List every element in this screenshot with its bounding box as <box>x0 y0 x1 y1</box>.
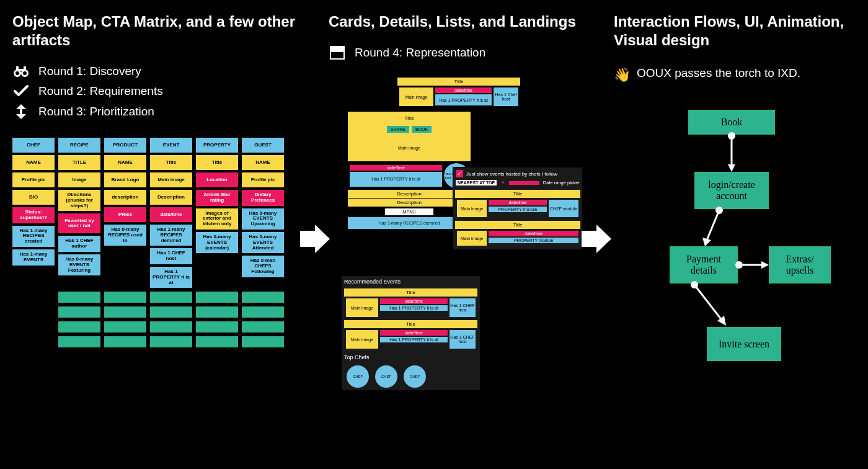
checkbox-icon[interactable]: ✓ <box>456 170 463 177</box>
wf-property-module: PROPERTY module <box>489 207 547 212</box>
objmap-header: CHEF <box>12 138 55 153</box>
wf-menu: MENU <box>385 208 433 215</box>
wireframe-card-small: Title Main image date/time Has 1 PROPERT… <box>397 77 521 109</box>
objmap-cell: Location <box>196 172 238 187</box>
objmap-cell: Directions (chunks for steps?) <box>58 190 100 211</box>
objmap-cell: Has 0-many EVENTS Attended <box>242 232 284 253</box>
objmap-cell: Has 0-many EVENTS (calendar) <box>196 232 238 253</box>
objmap-cell: Profile pic <box>242 172 284 187</box>
round-4-label: Round 4: Representation <box>355 46 485 60</box>
objmap-cell: Profile pic <box>12 172 55 187</box>
objmap-cell: Has 0-many RECIPES used in <box>104 225 146 246</box>
wf-filter-label: Just show events hosted by chefs I follo… <box>466 171 557 177</box>
objmap-header: PRODUCT <box>104 138 146 153</box>
updown-icon <box>12 104 30 119</box>
flow-diagram: Book login/create account Payment detail… <box>614 104 856 426</box>
objmap-cell: Favorited by user / not <box>58 213 100 233</box>
svg-marker-11 <box>582 225 611 253</box>
objmap-cell: Has 1-many EVENTS <box>12 249 55 266</box>
objmap-cell: Has 0-man CHEFS Following <box>242 256 284 277</box>
round-1-label: Round 1: Discovery <box>38 65 141 78</box>
wf-chef-host: Has 1 Chef host <box>494 87 518 106</box>
cta-bar <box>150 306 192 318</box>
svg-marker-17 <box>702 238 711 246</box>
svg-rect-2 <box>16 66 19 70</box>
svg-marker-8 <box>300 225 330 253</box>
objmap-cell: NAME <box>12 155 55 170</box>
objmap-cell: NAME <box>104 155 146 170</box>
wf-chef-host: Has 1 CHEF host <box>450 330 476 349</box>
objmap-cell: Has 1 CHEF host <box>150 248 192 264</box>
svg-line-16 <box>707 210 719 240</box>
col1-heading: Object Map, CTA Matrix, and a few other … <box>12 12 298 50</box>
wf-share-button[interactable]: SHARE <box>387 126 409 133</box>
svg-line-22 <box>694 285 722 321</box>
svg-rect-3 <box>24 66 26 70</box>
objmap-cell: Title <box>150 155 192 170</box>
wireframe-landing: Recommended Events Title Main image date… <box>341 275 480 391</box>
wf-date-range-bar[interactable] <box>509 181 539 185</box>
column-ixd: Interaction Flows, UI, Animation, Visual… <box>614 12 856 426</box>
ooxx-handoff: 👋 OOUX passes the torch to IXD. <box>614 65 856 85</box>
wf-datetime: date/time <box>489 231 578 236</box>
wf-chef-host: Has 1 CHEF host <box>450 298 476 317</box>
objmap-cell: Has 1-many RECIPES created <box>12 226 55 247</box>
svg-marker-20 <box>761 261 769 269</box>
wf-main-image: Main image <box>346 330 378 349</box>
wf-book-button[interactable]: BOOK <box>412 126 432 133</box>
cta-bar <box>104 321 146 333</box>
wave-icon: 👋 <box>614 65 631 85</box>
wireframe-list-filter: ✓ Just show events hosted by chefs I fol… <box>453 167 583 250</box>
objmap-cell: Image <box>58 172 100 187</box>
objmap-cell: Description <box>150 190 192 205</box>
objmap-cell: Title <box>196 155 238 170</box>
objmap-cell: Main image <box>150 172 192 187</box>
dropdown-icon[interactable]: ▼ <box>500 180 505 185</box>
wf-datetime: date/time <box>489 200 547 205</box>
wf-title: Title <box>348 112 471 125</box>
cta-bar <box>104 336 146 347</box>
wf-datetime: date/time <box>435 87 492 93</box>
wf-title: Title <box>397 78 520 86</box>
wf-main-image: Main image <box>457 231 487 246</box>
cta-bar <box>58 336 100 347</box>
cta-bar <box>196 336 238 347</box>
wf-chef-circle: CHEF <box>347 365 369 388</box>
wf-chef-module: CHEF module <box>549 200 578 217</box>
cta-bar <box>150 336 192 347</box>
wf-sort[interactable]: NEAREST AT TOP <box>456 180 497 185</box>
objmap-cell: PRice <box>104 207 146 222</box>
objmap-cell: TITLE <box>58 155 100 170</box>
objmap-cell: Has 1-many RECIPES demo'ed <box>150 225 192 246</box>
cta-bar <box>58 321 100 333</box>
round-4: Round 4: Representation <box>329 46 577 60</box>
cta-bar <box>196 321 238 333</box>
col2-heading: Cards, Details, Lists, and Landings <box>329 12 577 31</box>
cta-bar <box>242 292 284 303</box>
objmap-cell: Has 1 CHEF author <box>58 236 100 252</box>
object-map-grid: CHEFNAMEProfile picBIOStatus: superhost?… <box>12 138 298 288</box>
wf-has-property: Has 1 PROPERTY it is at <box>350 172 442 187</box>
objmap-cell: Has 0-many EVENTS Featuring <box>58 254 100 275</box>
wf-property-module: PROPERTY module <box>489 238 578 243</box>
wf-date-range-label: Date range picker <box>543 180 580 185</box>
round-1: Round 1: Discovery <box>12 65 298 78</box>
objmap-cell: Airbnb Star rating <box>196 190 238 206</box>
objmap-cell: description <box>104 190 146 205</box>
wf-has-property: Has 1 PROPERTY it is at <box>435 94 492 105</box>
cta-bar <box>104 292 146 303</box>
wf-main-image: Main image <box>346 298 378 317</box>
wf-title: Title <box>455 221 580 229</box>
round-3-label: Round 3: Prioritization <box>38 105 154 118</box>
cta-bar <box>58 306 100 318</box>
objmap-cell: Has 1 PROPERTY it is at <box>150 267 192 288</box>
wf-title: Title <box>344 320 477 328</box>
cta-bar <box>242 321 284 333</box>
objmap-cell: NAME <box>242 155 284 170</box>
cta-bar <box>150 292 192 303</box>
arrow-1 <box>300 223 331 254</box>
cta-bar <box>104 306 146 318</box>
wf-datetime: date/time <box>380 330 448 336</box>
cta-bar <box>58 292 100 303</box>
cta-bar <box>242 306 284 318</box>
